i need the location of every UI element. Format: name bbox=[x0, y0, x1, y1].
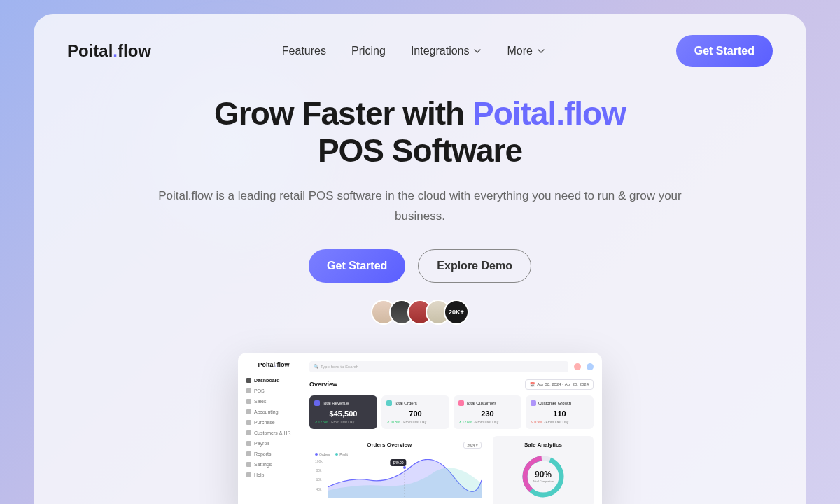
avatar-stack: 20K+ bbox=[154, 300, 686, 325]
calendar-icon: 📅 bbox=[530, 382, 535, 387]
brand-logo[interactable]: Poital.flow bbox=[67, 41, 151, 61]
nav-features[interactable]: Features bbox=[282, 45, 326, 57]
stat-card[interactable]: Total Revenue$45,500↗ 12.5% · From Last … bbox=[309, 396, 377, 429]
main-nav: Poital.flow Features Pricing Integration… bbox=[67, 35, 773, 67]
hero-section: Grow Faster with Poital.flow POS Softwar… bbox=[154, 95, 686, 504]
hero-cta-secondary[interactable]: Explore Demo bbox=[418, 249, 531, 283]
hero-title: Grow Faster with Poital.flow POS Softwar… bbox=[154, 95, 686, 169]
nav-pricing[interactable]: Pricing bbox=[351, 45, 386, 57]
dashboard-preview: Poital.flow DashboardPOSSalesAccountingP… bbox=[238, 353, 602, 504]
sidebar-item[interactable]: POS bbox=[246, 386, 301, 396]
sidebar-item[interactable]: Payroll bbox=[246, 438, 301, 449]
orders-overview-chart: Orders Overview 2024 ▾ Orders Profit 100… bbox=[309, 436, 487, 504]
avatar-count: 20K+ bbox=[444, 300, 469, 325]
sidebar-item[interactable]: Purchase bbox=[246, 417, 301, 428]
dash-main: 🔍Type here to Search Overview 📅 Apr 06, … bbox=[309, 361, 594, 504]
nav-integrations[interactable]: Integrations bbox=[411, 45, 482, 57]
stat-card[interactable]: Total Customers230↗ 12.6% · From Last Da… bbox=[454, 396, 522, 429]
sidebar-item[interactable]: Settings bbox=[246, 459, 301, 470]
svg-point-1 bbox=[403, 466, 406, 469]
nav-links: Features Pricing Integrations More bbox=[282, 45, 545, 57]
chart-tooltip: $49.00 bbox=[390, 459, 406, 466]
donut-percent: 90% bbox=[533, 470, 554, 479]
chevron-down-icon bbox=[537, 47, 545, 55]
dash-search[interactable]: 🔍Type here to Search bbox=[309, 361, 568, 372]
stat-card[interactable]: Total Orders700↗ 10.8% · From Last Day bbox=[382, 396, 449, 429]
year-select[interactable]: 2024 ▾ bbox=[463, 442, 482, 449]
notification-icon[interactable] bbox=[574, 363, 581, 370]
page-card: Poital.flow Features Pricing Integration… bbox=[34, 14, 806, 504]
sidebar-item[interactable]: Sales bbox=[246, 396, 301, 407]
dash-sidebar: Poital.flow DashboardPOSSalesAccountingP… bbox=[246, 361, 301, 504]
hero-cta-primary[interactable]: Get Started bbox=[309, 249, 405, 283]
nav-cta-button[interactable]: Get Started bbox=[676, 35, 773, 67]
date-range-picker[interactable]: 📅 Apr 06, 2024 - Apr 20, 2024 bbox=[525, 379, 594, 390]
chart-legend: Orders Profit bbox=[315, 452, 482, 456]
hero-subtitle: Poital.flow is a leading retail POS soft… bbox=[154, 186, 686, 227]
chevron-down-icon bbox=[473, 47, 482, 55]
sidebar-item[interactable]: Dashboard bbox=[246, 375, 301, 386]
sidebar-item[interactable]: Reports bbox=[246, 449, 301, 459]
sidebar-item[interactable]: Customers & HR bbox=[246, 428, 301, 438]
stat-card[interactable]: Customer Growth110↘ 0.5% · From Last Day bbox=[526, 396, 594, 429]
sidebar-item[interactable]: Help bbox=[246, 470, 301, 480]
sidebar-item[interactable]: Accounting bbox=[246, 407, 301, 417]
dash-overview-title: Overview bbox=[309, 381, 337, 388]
donut-label: Total Completion bbox=[533, 479, 554, 483]
stat-cards: Total Revenue$45,500↗ 12.5% · From Last … bbox=[309, 396, 594, 429]
user-avatar-icon[interactable] bbox=[587, 363, 594, 370]
nav-more[interactable]: More bbox=[507, 45, 545, 57]
dash-logo: Poital.flow bbox=[246, 361, 301, 368]
hero-buttons: Get Started Explore Demo bbox=[154, 249, 686, 283]
sale-analytics-chart: Sale Analytics 90% Total Completion bbox=[493, 436, 594, 504]
